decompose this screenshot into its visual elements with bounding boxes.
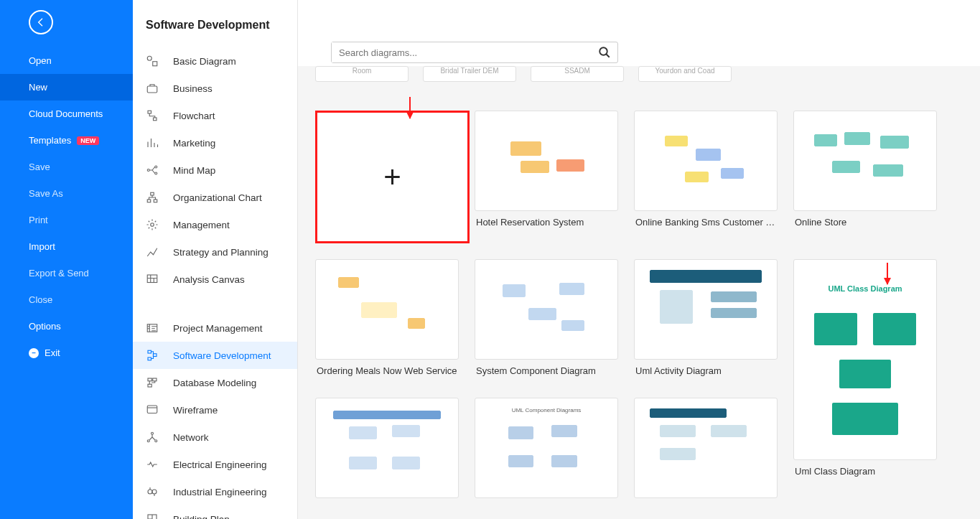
category-title: Software Development [133,0,297,47]
template-thumbnail [475,111,618,211]
svg-rect-15 [148,357,151,360]
subcategory-card[interactable]: SSADM [531,66,624,82]
template-tile[interactable] [634,398,778,498]
svg-rect-10 [154,200,157,202]
category-industrial-engineering[interactable]: Industrial Engineering [133,478,297,505]
file-menu-options[interactable]: Options [0,313,133,340]
svg-rect-17 [148,378,151,381]
svg-point-22 [147,440,149,442]
template-scroll-area[interactable]: RoomBridal Trailer DEMSSADMYourdon and C… [298,66,980,519]
template-thumbnail [793,111,937,211]
category-label: Software Development [173,350,271,361]
template-tile[interactable]: UML Class DiagramUml Class Diagram [793,259,937,498]
mindmap-icon [146,164,159,177]
file-menu-label: Import [29,241,55,252]
subcategory-card[interactable]: Bridal Trailer DEM [423,66,516,82]
category-organizational-chart[interactable]: Organizational Chart [133,184,297,211]
main-content: RoomBridal Trailer DEMSSADMYourdon and C… [298,0,980,519]
category-mind-map[interactable]: Mind Map [133,156,297,184]
template-tile[interactable]: Ordering Meals Now Web Service [315,259,459,382]
file-menu-save-as[interactable]: Save As [0,180,133,207]
file-menu-label: Close [29,294,52,305]
template-tile[interactable]: Uml Activity Diagram [634,259,778,382]
category-label: Electrical Engineering [173,459,267,470]
category-strategy-and-planning[interactable]: Strategy and Planning [133,238,297,266]
svg-rect-4 [154,118,157,121]
category-label: Project Management [173,323,263,334]
template-thumbnail [315,398,459,498]
file-menu-label: Save As [29,188,63,199]
svg-rect-2 [147,86,157,93]
file-menu-new[interactable]: New [0,74,133,100]
file-menu-import[interactable]: Import [0,233,133,260]
template-thumbnail [634,398,778,498]
blank-template[interactable]: + [315,111,470,243]
template-tile[interactable]: UML Component Diagrams [475,398,618,498]
category-software-development[interactable]: Software Development [133,342,297,369]
file-menu-open[interactable]: Open [0,47,133,74]
template-tile[interactable]: Hotel Reservation System [475,111,618,243]
category-wireframe[interactable]: Wireframe [133,396,297,424]
template-label: Hotel Reservation System [475,211,618,233]
new-badge: NEW [77,136,99,145]
category-basic-diagram[interactable]: Basic Diagram [133,47,297,75]
svg-rect-20 [147,406,157,413]
file-menu-cloud-documents[interactable]: Cloud Documents [0,100,133,127]
category-database-modeling[interactable]: Database Modeling [133,369,297,396]
mgmt-icon [146,218,159,231]
category-business[interactable]: Business [133,75,297,102]
svg-rect-16 [154,354,157,357]
category-analysis-canvas[interactable]: Analysis Canvas [133,266,297,293]
back-button[interactable] [29,10,53,34]
project-icon [146,322,159,335]
category-label: Organizational Chart [173,192,262,203]
template-tile[interactable]: Online Banking Sms Customer S... [634,111,778,243]
svg-point-6 [155,166,157,168]
template-tile[interactable]: System Component Diagram [475,259,618,382]
file-menu-templates[interactable]: TemplatesNEW [0,127,133,154]
file-menu-close[interactable]: Close [0,286,133,313]
svg-point-21 [151,432,154,434]
strategy-icon [146,246,159,258]
template-thumbnail [315,259,459,360]
annotation-arrow-2 [887,263,888,284]
file-menu-sidebar: OpenNewCloud DocumentsTemplatesNEWSaveSa… [0,0,133,519]
category-flowchart[interactable]: Flowchart [133,102,297,129]
search-box [331,42,618,63]
file-menu-exit[interactable]: –Exit [0,340,133,366]
file-menu-print[interactable]: Print [0,207,133,233]
svg-rect-8 [151,192,154,195]
template-tile[interactable] [315,398,459,498]
file-menu-label: Export & Send [29,268,89,279]
file-menu-save[interactable]: Save [0,154,133,180]
marketing-icon [146,136,159,149]
svg-point-7 [155,172,157,174]
org-icon [146,191,159,204]
search-button[interactable] [592,42,617,62]
svg-rect-3 [148,111,151,113]
category-project-management[interactable]: Project Management [133,314,297,342]
wireframe-icon [146,403,159,416]
category-network[interactable]: Network [133,424,297,451]
category-marketing[interactable]: Marketing [133,129,297,156]
category-label: Management [173,220,230,230]
network-icon [146,431,159,444]
category-label: Business [173,83,213,94]
file-menu-label: Exit [45,347,60,358]
subcategory-card[interactable]: Room [315,66,409,82]
software-icon [146,349,159,362]
search-input[interactable] [332,42,592,62]
canvas-icon [146,273,159,286]
category-label: Flowchart [173,111,215,121]
file-menu-export-send[interactable]: Export & Send [0,260,133,286]
subcategory-card[interactable]: Yourdon and Coad [638,66,732,82]
template-tile[interactable]: Online Store [793,111,937,243]
category-label: Industrial Engineering [173,487,267,497]
category-electrical-engineering[interactable]: Electrical Engineering [133,451,297,478]
template-thumbnail: UML Class Diagram [793,259,937,460]
category-label: Network [173,432,209,443]
category-management[interactable]: Management [133,211,297,238]
svg-rect-1 [153,62,157,66]
category-building-plan[interactable]: Building Plan [133,505,297,519]
svg-point-27 [599,47,607,55]
